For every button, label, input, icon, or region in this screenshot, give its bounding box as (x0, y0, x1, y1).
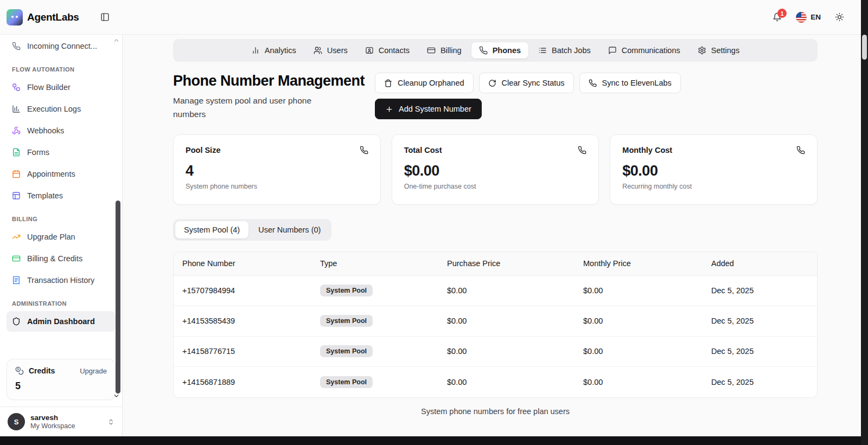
cleanup-orphaned-button[interactable]: Cleanup Orphaned (375, 73, 474, 93)
sidebar-item-admin-dashboard[interactable]: Admin Dashboard (7, 311, 116, 332)
tab-settings[interactable]: Settings (690, 42, 747, 59)
contact-card-icon (365, 46, 374, 55)
pool-tabs: System Pool (4) User Numbers (0) (173, 219, 331, 241)
page-scrollbar-thumb[interactable] (862, 35, 867, 60)
phone-number-cell: +14158776715 (182, 347, 320, 356)
sidebar-scroll-up-icon[interactable] (113, 36, 120, 46)
workspace-switcher[interactable]: S sarvesh My Workspace (0, 407, 122, 436)
sidebar-scrollbar-thumb[interactable] (116, 201, 120, 394)
incoming-phone-icon (12, 42, 21, 50)
main-content: Analytics Users Contacts Billing Phones … (123, 35, 868, 445)
tab-billing[interactable]: Billing (419, 42, 469, 59)
stat-caption: System phone numbers (186, 183, 368, 190)
sun-icon (835, 12, 844, 22)
credit-card-icon (427, 46, 436, 55)
stat-card-monthly-cost: Monthly Cost $0.00 Recurring monthly cos… (610, 134, 818, 205)
gear-icon (698, 46, 706, 55)
transaction-history-icon (12, 276, 21, 285)
column-header-monthly-price: Monthly Price (583, 259, 711, 268)
list-icon (538, 46, 547, 55)
phone-icon (578, 146, 586, 154)
tab-users[interactable]: Users (306, 42, 355, 59)
sidebar-item-forms[interactable]: Forms (7, 142, 116, 163)
stat-title: Total Cost (404, 146, 442, 154)
tab-contacts[interactable]: Contacts (358, 42, 417, 59)
billing-credits-icon (12, 254, 21, 263)
sidebar-item-templates[interactable]: Templates (7, 185, 116, 206)
sidebar-section-administration: ADMINISTRATION (12, 300, 116, 307)
panel-left-icon (100, 12, 110, 22)
stat-title: Monthly Cost (622, 146, 672, 154)
add-system-number-button[interactable]: Add System Number (375, 99, 482, 119)
credits-value: 5 (15, 380, 107, 392)
users-icon (314, 46, 322, 55)
app-logo-icon (7, 9, 23, 25)
page-subtitle: Manage system pool and user phone number… (173, 94, 336, 121)
phone-number-cell: +14156871889 (182, 378, 320, 386)
sidebar-item-upgrade-plan[interactable]: Upgrade Plan (7, 227, 116, 247)
sidebar-item-transaction-history[interactable]: Transaction History (7, 270, 116, 291)
sidebar-item-execution-logs[interactable]: Execution Logs (7, 99, 116, 119)
purchase-price-cell: $0.00 (447, 286, 583, 295)
phone-icon (479, 46, 488, 55)
sidebar-scroll-down-icon[interactable] (113, 392, 120, 402)
tab-system-pool[interactable]: System Pool (4) (175, 221, 248, 238)
stat-caption: Recurring monthly cost (622, 183, 805, 190)
app-logo: AgentLabs (7, 9, 79, 25)
avatar: S (8, 413, 25, 430)
table-footer-note: System phone numbers for free plan users (173, 407, 818, 416)
chat-icon (608, 46, 617, 55)
stat-card-pool-size: Pool Size 4 System phone numbers (173, 134, 381, 205)
phone-numbers-table: Phone Number Type Purchase Price Monthly… (173, 251, 818, 398)
language-selector[interactable]: EN (796, 12, 821, 23)
tab-communications[interactable]: Communications (601, 42, 688, 59)
monthly-price-cell: $0.00 (583, 347, 711, 356)
sidebar: Incoming Connect... FLOW AUTOMATION Flow… (0, 35, 123, 445)
page-scrollbar[interactable] (861, 0, 868, 445)
sidebar-item-appointments[interactable]: Appointments (7, 164, 116, 184)
sidebar-item-webhooks[interactable]: Webhooks (7, 120, 116, 141)
purchase-price-cell: $0.00 (447, 347, 583, 356)
credits-label: Credits (29, 366, 55, 375)
type-badge: System Pool (320, 315, 373, 327)
sidebar-toggle-button[interactable] (100, 12, 110, 22)
monthly-price-cell: $0.00 (583, 286, 711, 295)
tab-user-numbers[interactable]: User Numbers (0) (250, 221, 329, 238)
sidebar-scroll-area: Incoming Connect... FLOW AUTOMATION Flow… (0, 35, 122, 353)
stat-value: $0.00 (404, 163, 587, 179)
bottom-edge (0, 436, 868, 445)
bar-chart-icon (251, 46, 260, 55)
notifications-button[interactable]: 1 (773, 12, 782, 22)
forms-icon (12, 148, 21, 157)
plus-icon (385, 105, 393, 113)
sidebar-item-billing-credits[interactable]: Billing & Credits (7, 248, 116, 269)
upgrade-plan-icon (12, 233, 21, 241)
notification-badge: 1 (777, 9, 787, 18)
stat-card-total-cost: Total Cost $0.00 One-time purchase cost (392, 134, 599, 205)
tab-phones[interactable]: Phones (471, 42, 528, 59)
page-header: Phone Number Management Manage system po… (173, 73, 818, 121)
phone-icon (589, 79, 597, 87)
sidebar-item-incoming-connections[interactable]: Incoming Connect... (7, 36, 116, 56)
sidebar-item-flow-builder[interactable]: Flow Builder (7, 77, 116, 98)
credits-card: Credits Upgrade 5 (7, 359, 116, 400)
upgrade-link[interactable]: Upgrade (80, 367, 107, 375)
table-row: +15707984994 System Pool $0.00 $0.00 Dec… (174, 276, 817, 306)
table-row: +14153585439 System Pool $0.00 $0.00 Dec… (174, 306, 817, 337)
stat-title: Pool Size (186, 146, 220, 154)
theme-toggle-button[interactable] (835, 12, 844, 22)
stat-caption: One-time purchase cost (404, 183, 587, 190)
sync-to-elevenlabs-button[interactable]: Sync to ElevenLabs (579, 73, 681, 93)
phone-number-cell: +15707984994 (182, 286, 320, 295)
type-badge: System Pool (320, 345, 373, 357)
appointments-icon (12, 170, 21, 178)
tab-analytics[interactable]: Analytics (244, 42, 304, 59)
tab-batch-jobs[interactable]: Batch Jobs (531, 42, 598, 59)
type-badge: System Pool (320, 285, 373, 296)
section-tabs: Analytics Users Contacts Billing Phones … (173, 39, 818, 62)
stat-value: $0.00 (622, 163, 805, 179)
column-header-added: Added (711, 259, 817, 268)
phone-number-cell: +14153585439 (182, 317, 320, 325)
added-cell: Dec 5, 2025 (711, 286, 817, 295)
clear-sync-status-button[interactable]: Clear Sync Status (479, 73, 574, 93)
